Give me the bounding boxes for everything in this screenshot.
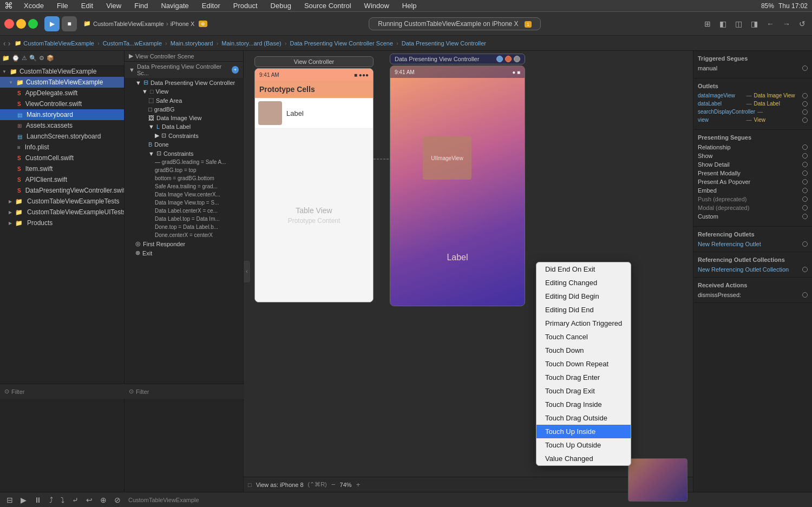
scene-item-constraint-9[interactable]: Done.top = Data Label.b... <box>125 223 243 231</box>
toolbar-icon-3[interactable]: ◫ <box>733 18 744 29</box>
segue-circle-modal[interactable] <box>802 205 808 210</box>
menu-file[interactable]: File <box>55 2 70 10</box>
actions-dropdown-menu[interactable]: Did End On Exit Editing Changed Editing … <box>536 262 631 466</box>
storyboard-canvas[interactable]: ‹ View Controller 9:41 AM ■ ●●● Prototyp… <box>244 51 693 492</box>
dropdown-item-touch-drag-inside[interactable]: Touch Drag Inside <box>536 398 631 411</box>
menu-window[interactable]: Window <box>362 2 391 10</box>
segue-circle-embed[interactable] <box>802 188 808 193</box>
dropdown-item-value-changed[interactable]: Value Changed <box>536 452 631 465</box>
sidebar-icon-4[interactable]: 🔍 <box>29 55 37 62</box>
menu-xcode[interactable]: Xcode <box>22 2 46 10</box>
sidebar-item-root-group[interactable]: ▼ 📁 CustomTableViewExample <box>0 66 124 77</box>
menu-debug[interactable]: Debug <box>269 2 293 10</box>
dropdown-item-primary-action[interactable]: Primary Action Triggered <box>536 317 631 330</box>
debug-btn-step-2[interactable]: ⤵ <box>58 495 67 505</box>
dropdown-item-touch-cancel[interactable]: Touch Cancel <box>536 330 631 344</box>
dropdown-item-touch-drag-exit[interactable]: Touch Drag Exit <box>536 384 631 398</box>
window-close-button[interactable] <box>4 19 14 29</box>
breadcrumb-1[interactable]: CustomTableViewExample <box>23 40 94 47</box>
breadcrumb-3[interactable]: Main.storyboard <box>171 40 213 47</box>
menu-find[interactable]: Find <box>132 2 150 10</box>
run-button[interactable]: ▶ <box>44 16 60 31</box>
menu-navigate[interactable]: Navigate <box>159 2 191 10</box>
scene-item-constraint-10[interactable]: Done.centerX = centerX <box>125 231 243 239</box>
zoom-minus-button[interactable]: − <box>331 480 336 489</box>
debug-btn-step-6[interactable]: ⊘ <box>112 495 123 505</box>
toolbar-icon-1[interactable]: ⊞ <box>702 18 713 29</box>
view-controller-scene-section[interactable]: ▶ View Controller Scene <box>125 51 243 61</box>
new-collection-circle[interactable] <box>802 267 808 272</box>
scene-item-exit[interactable]: ⊗ Exit <box>125 248 243 258</box>
sidebar-item-tests[interactable]: ▶ 📁 CustomTableViewExampleTests <box>0 196 124 207</box>
scene-item-constraint-1[interactable]: — gradBG.leading = Safe A... <box>125 158 243 166</box>
outlet-circle-3[interactable] <box>802 109 808 115</box>
dropdown-item-editing-did-end[interactable]: Editing Did End <box>536 303 631 317</box>
dropdown-item-touch-down[interactable]: Touch Down <box>536 344 631 357</box>
sidebar-item-assets[interactable]: ⊞ Assets.xcassets <box>0 120 124 131</box>
sidebar-item-datapresenting[interactable]: S DataPresentingViewController.swift <box>0 185 124 196</box>
segue-circle-popover[interactable] <box>802 179 808 185</box>
sidebar-item-products[interactable]: ▶ 📁 Products <box>0 218 124 228</box>
sidebar-item-customcell[interactable]: S CustomCell.swift <box>0 153 124 163</box>
dropdown-item-editing-did-begin[interactable]: Editing Did Begin <box>536 289 631 303</box>
scene-item-dpvc[interactable]: ▼ ⊟ Data Presenting View Controller <box>125 78 243 87</box>
scene-item-constraints-label[interactable]: ▶ ⊡ Constraints <box>125 131 243 140</box>
sidebar-item-viewcontroller[interactable]: S ViewController.swift <box>0 98 124 109</box>
sidebar-icon-5[interactable]: ⚙ <box>39 55 44 62</box>
zoom-plus-button[interactable]: + <box>356 480 361 489</box>
window-minimize-button[interactable] <box>16 19 26 29</box>
segue-circle-showdetail[interactable] <box>802 162 808 167</box>
toolbar-forward[interactable]: → <box>781 18 793 29</box>
breadcrumb-5[interactable]: Data Presenting View Controller Scene <box>290 40 393 47</box>
window-maximize-button[interactable] <box>28 19 38 29</box>
vc-circle-3[interactable] <box>514 56 520 62</box>
menu-editor[interactable]: Editor <box>200 2 222 10</box>
sidebar-item-main-group[interactable]: ▼ 📁 CustomTableViewExample <box>0 77 124 88</box>
scene-item-dataimageview[interactable]: 🖼 Data Image View <box>125 114 243 122</box>
scene-item-gradbg[interactable]: □ gradBG <box>125 105 243 114</box>
collapse-handle[interactable]: ‹ <box>244 261 250 282</box>
scheme-name[interactable]: CustomTableViewExample <box>93 21 164 27</box>
scene-item-done[interactable]: B Done <box>125 140 243 149</box>
sidebar-item-uitests[interactable]: ▶ 📁 CustomTableViewExampleUITests <box>0 207 124 218</box>
toolbar-icon-4[interactable]: ◨ <box>749 18 760 29</box>
new-outlet-circle[interactable] <box>802 241 808 247</box>
breadcrumb-6[interactable]: Data Presenting View Controller <box>402 40 486 47</box>
dropdown-item-touch-up-outside[interactable]: Touch Up Outside <box>536 438 631 452</box>
dropdown-item-did-end-on-exit[interactable]: Did End On Exit <box>536 262 631 276</box>
sidebar-item-launchscreen[interactable]: ▤ LaunchScreen.storyboard <box>0 131 124 142</box>
segue-circle-custom[interactable] <box>802 214 808 219</box>
scene-item-constraint-4[interactable]: Safe Area.trailing = grad... <box>125 182 243 190</box>
menu-product[interactable]: Product <box>231 2 260 10</box>
debug-btn-play[interactable]: ▶ <box>18 495 29 505</box>
apple-menu[interactable]: ⌘ <box>4 1 13 11</box>
stop-button[interactable]: ■ <box>62 16 77 31</box>
scene-item-constraint-8[interactable]: Data Label.top = Data Im... <box>125 215 243 223</box>
dropdown-item-touch-drag-enter[interactable]: Touch Drag Enter <box>536 371 631 384</box>
scene-item-safearea[interactable]: ⬚ Safe Area <box>125 96 243 105</box>
sidebar-item-appdelegate[interactable]: S AppDelegate.swift <box>0 88 124 98</box>
sidebar-item-mainstoryboard[interactable]: ▤ Main.storyboard <box>0 109 124 120</box>
sidebar-icon-2[interactable]: ⌚ <box>12 55 19 62</box>
sidebar-item-item-swift[interactable]: S Item.swift <box>0 163 124 174</box>
scene-item-firstresponder[interactable]: ◎ First Responder <box>125 239 243 248</box>
segue-circle-show[interactable] <box>802 153 808 159</box>
device-name[interactable]: iPhone X <box>171 21 195 27</box>
new-referencing-collection-btn[interactable]: New Referencing Outlet Collection <box>698 266 789 273</box>
breadcrumb-2[interactable]: CustomTa...wExample <box>103 40 162 47</box>
new-referencing-outlet-btn[interactable]: New Referencing Outlet <box>698 241 761 247</box>
scene-item-constraint-5[interactable]: Data Image View.centerX... <box>125 190 243 199</box>
toolbar-back[interactable]: ← <box>764 18 776 29</box>
data-presenting-scene-section[interactable]: ▼ Data Presenting View Controller Sc... … <box>125 61 243 78</box>
menu-source-control[interactable]: Source Control <box>302 2 353 10</box>
vc-circle-2[interactable] <box>505 56 512 62</box>
sidebar-item-apiclient[interactable]: S APIClient.swift <box>0 174 124 185</box>
sidebar-icon-1[interactable]: 📁 <box>2 55 10 62</box>
segue-circle-modally[interactable] <box>802 170 808 176</box>
outlet-circle-4[interactable] <box>802 117 808 123</box>
sidebar-icon-3[interactable]: ⚠ <box>22 55 27 62</box>
toolbar-icon-2[interactable]: ◧ <box>717 18 729 29</box>
scene-item-constraints-main[interactable]: ▼ ⊡ Constraints <box>125 149 243 158</box>
nav-back-arrow[interactable]: ‹ <box>3 39 6 48</box>
dropdown-item-touch-down-repeat[interactable]: Touch Down Repeat <box>536 357 631 371</box>
